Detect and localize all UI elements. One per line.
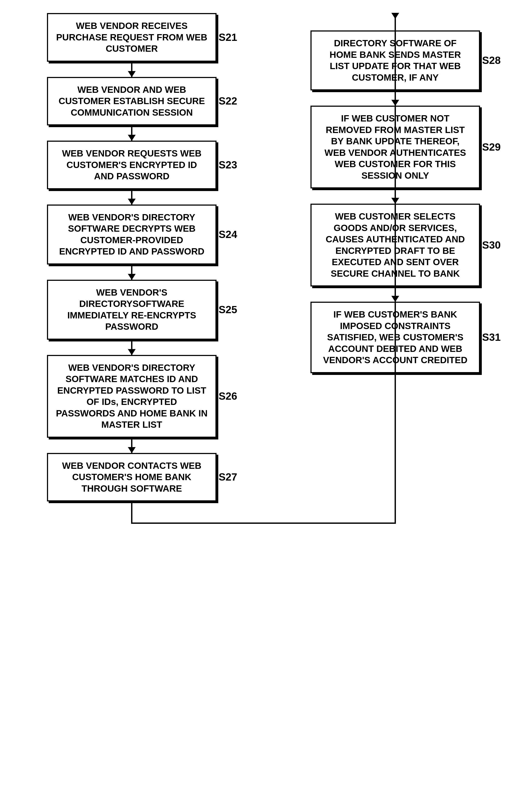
box-s22: WEB VENDOR AND WEB CUSTOMER ESTABLISH SE…	[47, 77, 216, 126]
label-s27: S27	[219, 470, 237, 483]
flow-item-s22: WEB VENDOR AND WEB CUSTOMER ESTABLISH SE…	[17, 77, 246, 141]
arrow-s28-s29	[395, 90, 396, 106]
box-s25-text: WEB VENDOR'S DIRECTORYSOFTWARE IMMEDIATE…	[67, 287, 196, 332]
top-arrow-head	[391, 13, 399, 19]
arrow-s30-s31	[395, 287, 396, 302]
box-s30: WEB CUSTOMER SELECTS GOODS AND/OR SERVIC…	[311, 204, 480, 287]
box-s31: IF WEB CUSTOMER'S BANK IMPOSED CONSTRAIN…	[311, 302, 480, 373]
box-s29: IF WEB CUSTOMER NOT REMOVED FROM MASTER …	[311, 106, 480, 188]
box-s24-text: WEB VENDOR'S DIRECTORY SOFTWARE DECRYPTS…	[59, 212, 204, 257]
label-s29: S29	[482, 141, 501, 154]
label-s23: S23	[219, 158, 237, 172]
box-s26-text: WEB VENDOR'S DIRECTORY SOFTWARE MATCHES …	[56, 363, 208, 430]
flow-item-s26: WEB VENDOR'S DIRECTORY SOFTWARE MATCHES …	[17, 355, 246, 453]
label-s22: S22	[219, 95, 237, 107]
arrow-s21-s22	[131, 62, 132, 77]
flow-item-s28: DIRECTORY SOFTWARE OF HOME BANK SENDS MA…	[281, 30, 510, 106]
box-s23: WEB VENDOR REQUESTS WEB CUSTOMER'S ENCRY…	[47, 141, 216, 189]
label-s28: S28	[482, 54, 501, 67]
flow-item-s24: WEB VENDOR'S DIRECTORY SOFTWARE DECRYPTS…	[17, 204, 246, 280]
label-s21: S21	[219, 31, 237, 44]
box-s29-text: IF WEB CUSTOMER NOT REMOVED FROM MASTER …	[325, 113, 466, 180]
arrow-s24-s25	[131, 264, 132, 280]
label-s24: S24	[219, 228, 237, 241]
box-s22-text: WEB VENDOR AND WEB CUSTOMER ESTABLISH SE…	[59, 85, 205, 118]
box-s21-text: WEB VENDOR RECEIVES PURCHASE REQUEST FRO…	[56, 21, 207, 54]
label-s30: S30	[482, 238, 501, 252]
arrow-s23-s24	[131, 189, 132, 204]
box-s24: WEB VENDOR'S DIRECTORY SOFTWARE DECRYPTS…	[47, 204, 216, 264]
arrow-s25-s26	[131, 340, 132, 355]
flow-item-s31: IF WEB CUSTOMER'S BANK IMPOSED CONSTRAIN…	[281, 302, 510, 373]
box-s27: WEB VENDOR CONTACTS WEB CUSTOMER'S HOME …	[47, 453, 216, 502]
bottom-left-line	[131, 502, 132, 519]
arrow-s29-s30	[395, 188, 396, 204]
flowchart: WEB VENDOR RECEIVES PURCHASE REQUEST FRO…	[17, 13, 510, 519]
flow-item-s27: WEB VENDOR CONTACTS WEB CUSTOMER'S HOME …	[17, 453, 246, 519]
box-s25: WEB VENDOR'S DIRECTORYSOFTWARE IMMEDIATE…	[47, 280, 216, 340]
label-s25: S25	[219, 303, 237, 316]
box-s21: WEB VENDOR RECEIVES PURCHASE REQUEST FRO…	[47, 13, 216, 62]
arrow-s22-s23	[131, 126, 132, 141]
box-s28-text: DIRECTORY SOFTWARE OF HOME BANK SENDS MA…	[330, 38, 461, 83]
flow-item-s21: WEB VENDOR RECEIVES PURCHASE REQUEST FRO…	[17, 13, 246, 77]
diagram-container: WEB VENDOR RECEIVES PURCHASE REQUEST FRO…	[0, 0, 527, 812]
top-right-line	[395, 13, 396, 30]
arrow-s26-s27	[131, 438, 132, 453]
label-s31: S31	[482, 331, 501, 344]
flow-item-s25: WEB VENDOR'S DIRECTORYSOFTWARE IMMEDIATE…	[17, 280, 246, 355]
flow-item-s23: WEB VENDOR REQUESTS WEB CUSTOMER'S ENCRY…	[17, 141, 246, 204]
flow-item-s29: IF WEB CUSTOMER NOT REMOVED FROM MASTER …	[281, 106, 510, 204]
box-s26: WEB VENDOR'S DIRECTORY SOFTWARE MATCHES …	[47, 355, 216, 438]
flow-item-s30: WEB CUSTOMER SELECTS GOODS AND/OR SERVIC…	[281, 204, 510, 302]
box-s27-text: WEB VENDOR CONTACTS WEB CUSTOMER'S HOME …	[62, 461, 201, 494]
box-s31-text: IF WEB CUSTOMER'S BANK IMPOSED CONSTRAIN…	[323, 309, 467, 365]
box-s23-text: WEB VENDOR REQUESTS WEB CUSTOMER'S ENCRY…	[62, 148, 201, 181]
box-s30-text: WEB CUSTOMER SELECTS GOODS AND/OR SERVIC…	[326, 211, 465, 279]
label-s26: S26	[219, 390, 237, 403]
left-column: WEB VENDOR RECEIVES PURCHASE REQUEST FRO…	[17, 13, 264, 519]
right-column: DIRECTORY SOFTWARE OF HOME BANK SENDS MA…	[264, 13, 510, 519]
box-s28: DIRECTORY SOFTWARE OF HOME BANK SENDS MA…	[311, 30, 480, 90]
